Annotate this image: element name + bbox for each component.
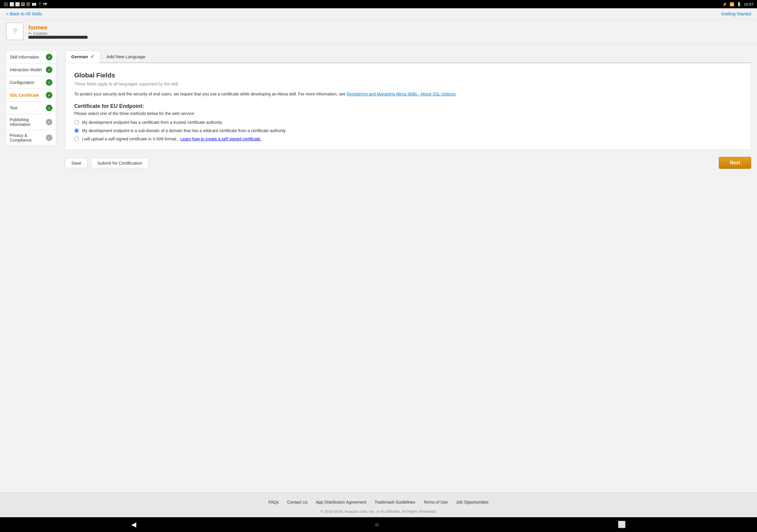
status-bar-left: ⬛ ⬜ ⬜ 🖼 🎬 📧 📱 🗺: [4, 2, 47, 7]
back-link[interactable]: < Back to All Skills: [6, 11, 42, 16]
sidebar-check-configuration: ✓: [46, 79, 52, 86]
sidebar-item-interaction-model[interactable]: Interaction Model ✓: [6, 63, 56, 76]
sidebar-check-skill-information: ✓: [46, 54, 52, 60]
bluetooth-icon: ⚡: [722, 2, 727, 7]
sidebar-item-ssl-certificate[interactable]: SSL Certificate ✓: [6, 89, 56, 102]
self-signed-cert-link[interactable]: Learn how to create a self signed certif…: [180, 136, 261, 141]
ssl-options-link[interactable]: Registering and Managing Alexa Skills - …: [347, 92, 455, 96]
certificate-section-desc: Please select one of the three methods b…: [74, 111, 742, 116]
action-bar: Save Submit for Certification Next: [65, 157, 751, 169]
status-icons: ⬛ ⬜ ⬜ 🖼 🎬 📧 📱 🗺: [4, 2, 47, 7]
skill-id-redacted: [28, 36, 87, 39]
sidebar-check-publishing-information: ✓: [46, 119, 52, 125]
save-button[interactable]: Save: [65, 158, 87, 168]
radio-label-1: My development endpoint has a certificat…: [82, 120, 222, 125]
footer-copyright: © 2010-2016, Amazon.com, Inc. or its aff…: [12, 509, 745, 514]
tab-add-new-language[interactable]: Add New Language: [101, 51, 151, 62]
sidebar-check-test: ✓: [46, 104, 52, 111]
recents-nav-icon[interactable]: ⬜: [618, 521, 626, 528]
signal-icon: 📶: [730, 2, 734, 7]
sidebar-label-privacy-compliance: Privacy & Compliance: [10, 133, 46, 142]
content-area: German ✓ Add New Language Global Fields …: [59, 44, 751, 487]
certificate-options: My development endpoint has a certificat…: [74, 120, 742, 141]
radio-option-3[interactable]: I will upload a self-signed certificate …: [74, 136, 742, 141]
next-button[interactable]: Next: [719, 157, 751, 169]
radio-label-3: I will upload a self-signed certificate …: [82, 136, 177, 141]
sidebar-label-publishing-information: Publishing Information: [10, 117, 46, 127]
skill-name: homee: [28, 24, 87, 31]
main-container: Skill Information ✓ Interaction Model ✓ …: [0, 44, 757, 492]
sidebar-item-configuration[interactable]: Configuration ✓: [6, 76, 56, 89]
home-nav-icon[interactable]: ○: [375, 521, 379, 528]
skill-details: homee ✏ Custom: [28, 24, 87, 39]
tab-german-check: ✓: [90, 54, 94, 59]
sidebar-label-configuration: Configuration: [10, 80, 34, 85]
sidebar-item-publishing-information[interactable]: Publishing Information ✓: [6, 114, 56, 130]
skill-icon: ?: [6, 22, 24, 40]
sidebar-label-skill-information: Skill Information: [10, 55, 39, 59]
card-title: Global Fields: [74, 72, 742, 79]
tab-german[interactable]: German ✓: [65, 50, 101, 63]
sidebar-label-test: Test: [10, 105, 17, 110]
getting-started-link[interactable]: Getting Started: [721, 11, 751, 16]
skill-type: ✏ Custom: [28, 31, 87, 36]
certificate-section-title: Certificate for EU Endpoint:: [74, 103, 742, 109]
radio-input-2[interactable]: [74, 128, 79, 133]
sidebar-item-test[interactable]: Test ✓: [6, 102, 56, 114]
sidebar-check-privacy-compliance: ✓: [46, 134, 52, 141]
radio-option-2[interactable]: My development endpoint is a sub-domain …: [74, 128, 742, 133]
radio-input-1[interactable]: [74, 120, 79, 125]
battery-icon: 🔋: [737, 2, 741, 7]
skill-icon-placeholder: ?: [13, 27, 17, 36]
skill-info-bar: ? homee ✏ Custom: [0, 19, 757, 44]
footer-link-jobs[interactable]: Job Opportunities: [456, 500, 489, 505]
top-header: < Back to All Skills Getting Started: [0, 8, 757, 19]
card-subtitle: These fields apply to all languages supp…: [74, 81, 742, 86]
radio-input-3[interactable]: [74, 136, 79, 141]
status-bar-right: ⚡ 📶 🔋 15:07: [722, 2, 753, 7]
pencil-icon: ✏: [28, 31, 32, 36]
footer-link-trademark[interactable]: Trademark Guidelines: [375, 500, 415, 505]
footer-links: FAQs Contact Us App Distribution Agreeme…: [12, 500, 745, 505]
security-description: To protect your security and the securit…: [74, 91, 742, 97]
sidebar-check-interaction-model: ✓: [46, 67, 52, 73]
language-tabs: German ✓ Add New Language: [65, 50, 751, 63]
submit-button[interactable]: Submit for Certification: [91, 158, 148, 168]
footer-link-app-distribution[interactable]: App Distribution Agreement: [316, 500, 366, 505]
status-bar: ⬛ ⬜ ⬜ 🖼 🎬 📧 📱 🗺 ⚡ 📶 🔋 15:07: [0, 0, 757, 8]
sidebar-item-skill-information[interactable]: Skill Information ✓: [6, 50, 56, 64]
sidebar-label-ssl-certificate: SSL Certificate: [10, 93, 39, 98]
sidebar-item-privacy-compliance[interactable]: Privacy & Compliance ✓: [6, 130, 56, 146]
back-nav-icon[interactable]: ◀: [131, 521, 136, 528]
footer: FAQs Contact Us App Distribution Agreeme…: [0, 492, 757, 517]
radio-option-1[interactable]: My development endpoint has a certificat…: [74, 120, 742, 125]
footer-link-faqs[interactable]: FAQs: [268, 500, 279, 505]
main-card: Global Fields These fields apply to all …: [65, 63, 751, 150]
bottom-nav: ◀ ○ ⬜: [0, 517, 757, 532]
footer-link-terms[interactable]: Terms of Use: [423, 500, 448, 505]
tab-german-label: German: [71, 54, 88, 59]
radio-label-2: My development endpoint is a sub-domain …: [82, 128, 286, 133]
footer-link-contact[interactable]: Contact Us: [287, 500, 308, 505]
sidebar-label-interaction-model: Interaction Model: [10, 67, 42, 72]
sidebar-check-ssl-certificate: ✓: [46, 92, 52, 99]
time-display: 15:07: [744, 2, 753, 7]
sidebar: Skill Information ✓ Interaction Model ✓ …: [6, 44, 59, 487]
